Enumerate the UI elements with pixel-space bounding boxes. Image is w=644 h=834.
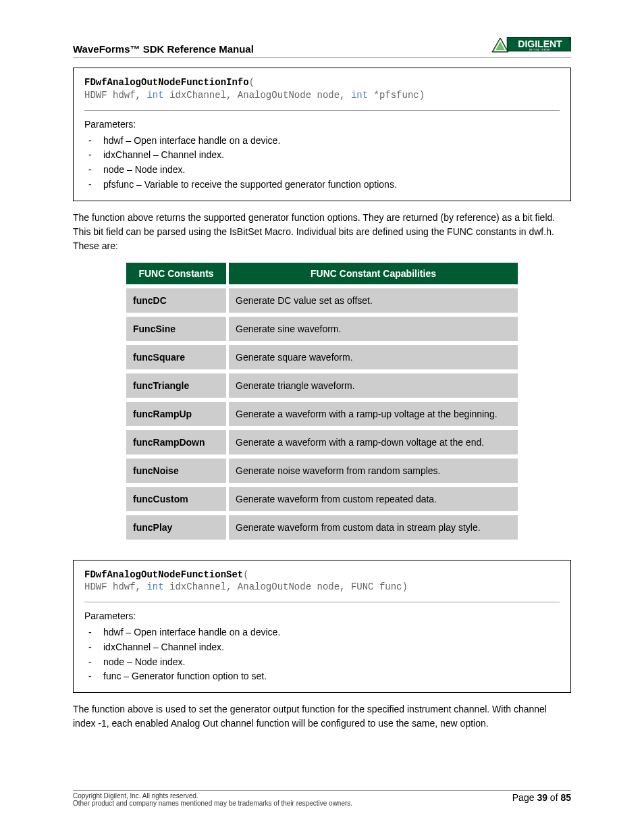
page-number: Page 39 of 85 [512,792,571,803]
function-info-box: FDwfAnalogOutNodeFunctionInfo( HDWF hdwf… [73,68,571,201]
table-row: funcDCGenerate DC value set as offset. [126,286,518,315]
param-item: pfsfunc – Variable to receive the suppor… [84,178,560,192]
page-header: WaveForms™ SDK Reference Manual DIGILENT… [73,37,571,58]
parameters-label: Parameters: [84,119,560,130]
param-item: hdwf – Open interface handle on a device… [84,625,560,640]
copyright-block: Copyright Digilent, Inc. All rights rese… [73,792,352,807]
digilent-logo: DIGILENT BEYOND THEORY R [491,37,571,55]
page-footer: Copyright Digilent, Inc. All rights rese… [73,790,571,807]
manual-title: WaveForms™ SDK Reference Manual [73,43,254,55]
svg-text:BEYOND THEORY: BEYOND THEORY [529,49,551,51]
parameters-list: hdwf – Open interface handle on a device… [84,625,560,684]
document-page: WaveForms™ SDK Reference Manual DIGILENT… [0,0,644,834]
copyright-line: Copyright Digilent, Inc. All rights rese… [73,792,352,800]
svg-text:DIGILENT: DIGILENT [518,38,562,49]
function-name: FDwfAnalogOutNodeFunctionInfo [84,77,249,88]
table-row: funcCustomGenerate waveform from custom … [126,485,518,513]
table-row: funcRampDownGenerate a waveform with a r… [126,428,518,457]
description-paragraph: The function above returns the supported… [73,211,571,253]
table-header-constants: FUNC Constants [126,263,227,286]
function-name: FDwfAnalogOutNodeFunctionSet [84,569,243,580]
parameters-label: Parameters: [84,610,560,621]
param-item: node – Node index. [84,163,560,178]
param-item: hdwf – Open interface handle on a device… [84,134,560,149]
function-set-box: FDwfAnalogOutNodeFunctionSet( HDWF hdwf,… [73,560,571,694]
function-signature: FDwfAnalogOutNodeFunctionInfo( HDWF hdwf… [84,76,560,102]
table-row: funcSquareGenerate square waveform. [126,343,518,371]
divider [84,602,560,602]
table-row: funcRampUpGenerate a waveform with a ram… [126,400,518,428]
trademark-line: Other product and company names mentione… [73,800,352,807]
param-item: idxChannel – Channel index. [84,640,560,655]
table-row: funcPlayGenerate waveform from custom da… [126,513,518,542]
table-row: funcNoiseGenerate noise waveform from ra… [126,457,518,485]
param-item: idxChannel – Channel index. [84,148,560,163]
parameters-list: hdwf – Open interface handle on a device… [84,134,560,192]
function-signature: FDwfAnalogOutNodeFunctionSet( HDWF hdwf,… [84,569,560,594]
description-paragraph: The function above is used to set the ge… [73,702,571,731]
divider [84,110,560,111]
param-item: node – Node index. [84,655,560,670]
param-item: func – Generator function option to set. [84,669,560,684]
func-constants-table: FUNC Constants FUNC Constant Capabilitie… [126,263,518,544]
table-row: funcTriangleGenerate triangle waveform. [126,371,518,400]
table-header-capabilities: FUNC Constant Capabilities [227,263,518,286]
table-row: FuncSineGenerate sine waveform. [126,315,518,343]
